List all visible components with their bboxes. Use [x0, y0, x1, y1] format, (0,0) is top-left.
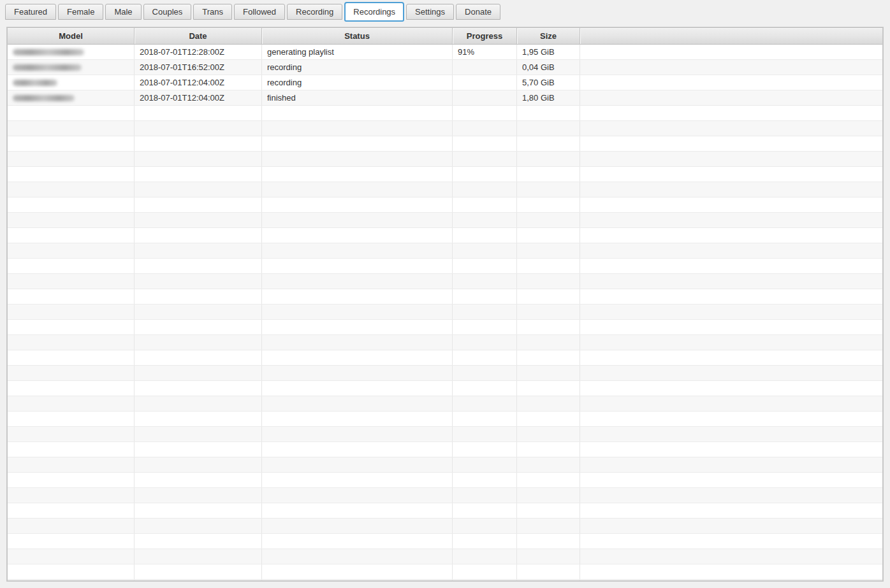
- table-empty-row: [8, 228, 882, 243]
- table-empty-row: [8, 381, 882, 396]
- cell-date: 2018-07-01T12:04:00Z: [135, 90, 262, 105]
- cell-filler: [580, 60, 882, 75]
- cell-filler: [580, 90, 882, 105]
- table-empty-row: [8, 519, 882, 534]
- cell-progress: 91%: [453, 45, 517, 59]
- redacted-model-name: [13, 95, 75, 101]
- table-empty-row: [8, 289, 882, 305]
- table-empty-row: [8, 136, 882, 152]
- redacted-model-name: [13, 49, 84, 55]
- table-empty-row: [8, 457, 882, 473]
- table-empty-row: [8, 197, 882, 213]
- table-empty-row: [8, 121, 882, 136]
- cell-progress: [453, 90, 517, 105]
- table-empty-row: [8, 305, 882, 320]
- table-row[interactable]: 2018-07-01T12:04:00Z finished 1,80 GiB: [8, 90, 882, 106]
- column-header-status[interactable]: Status: [262, 28, 453, 45]
- cell-date: 2018-07-01T12:04:00Z: [135, 75, 262, 90]
- table-empty-row: [8, 396, 882, 412]
- table-empty-row: [8, 182, 882, 197]
- table-empty-row: [8, 366, 882, 381]
- cell-model: [8, 75, 135, 90]
- table-body: 2018-07-01T12:28:00Z generating playlist…: [8, 45, 882, 580]
- cell-model: [8, 60, 135, 75]
- table-empty-row: [8, 580, 882, 580]
- table-row[interactable]: 2018-07-01T12:28:00Z generating playlist…: [8, 45, 882, 60]
- cell-size: 0,04 GiB: [517, 60, 580, 75]
- cell-progress: [453, 60, 517, 75]
- tab-bar: Featured Female Male Couples Trans Follo…: [5, 2, 502, 22]
- table-empty-row: [8, 427, 882, 442]
- table-empty-row: [8, 350, 882, 366]
- cell-progress: [453, 75, 517, 90]
- tab-male[interactable]: Male: [105, 4, 141, 20]
- tab-recording[interactable]: Recording: [287, 4, 342, 20]
- table-empty-row: [8, 243, 882, 259]
- table-empty-row: [8, 320, 882, 335]
- redacted-model-name: [13, 80, 57, 86]
- tab-female[interactable]: Female: [58, 4, 103, 20]
- table-row[interactable]: 2018-07-01T16:52:00Z recording 0,04 GiB: [8, 60, 882, 75]
- tab-followed[interactable]: Followed: [234, 4, 285, 20]
- app-window: { "tabs": { "items": [ {"label": "Featur…: [0, 0, 890, 588]
- table-empty-row: [8, 503, 882, 519]
- cell-model: [8, 45, 135, 59]
- cell-size: 5,70 GiB: [517, 75, 580, 90]
- table-empty-row: [8, 564, 882, 580]
- column-header-progress[interactable]: Progress: [453, 28, 517, 45]
- table-empty-row: [8, 412, 882, 427]
- table-empty-row: [8, 106, 882, 121]
- tab-settings[interactable]: Settings: [406, 4, 454, 20]
- tab-donate[interactable]: Donate: [456, 4, 500, 20]
- cell-date: 2018-07-01T16:52:00Z: [135, 60, 262, 75]
- recordings-table: Model Date Status Progress Size 2018-07-…: [6, 27, 884, 582]
- cell-filler: [580, 75, 882, 90]
- tab-recordings[interactable]: Recordings: [344, 2, 404, 22]
- cell-status: recording: [262, 75, 453, 90]
- table-empty-row: [8, 534, 882, 549]
- redacted-model-name: [13, 64, 82, 71]
- table-empty-row: [8, 259, 882, 274]
- tab-featured[interactable]: Featured: [5, 4, 56, 20]
- table-empty-row: [8, 167, 882, 182]
- cell-filler: [580, 45, 882, 59]
- table-empty-row: [8, 335, 882, 350]
- column-header-model[interactable]: Model: [8, 28, 135, 45]
- cell-model: [8, 90, 135, 105]
- table-empty-row: [8, 152, 882, 167]
- column-header-size[interactable]: Size: [517, 28, 580, 45]
- table-empty-row: [8, 213, 882, 228]
- cell-status: recording: [262, 60, 453, 75]
- table-empty-row: [8, 473, 882, 488]
- table-header-row: Model Date Status Progress Size: [8, 28, 882, 45]
- tab-trans[interactable]: Trans: [193, 4, 232, 20]
- cell-status: generating playlist: [262, 45, 453, 59]
- table-row[interactable]: 2018-07-01T12:04:00Z recording 5,70 GiB: [8, 75, 882, 90]
- cell-status: finished: [262, 90, 453, 105]
- table-empty-row: [8, 549, 882, 564]
- tab-couples[interactable]: Couples: [143, 4, 192, 20]
- column-header-filler: [580, 28, 882, 45]
- cell-size: 1,95 GiB: [517, 45, 580, 59]
- column-header-date[interactable]: Date: [135, 28, 262, 45]
- table-empty-row: [8, 274, 882, 289]
- cell-size: 1,80 GiB: [517, 90, 580, 105]
- cell-date: 2018-07-01T12:28:00Z: [135, 45, 262, 59]
- table-empty-row: [8, 488, 882, 503]
- table-empty-row: [8, 442, 882, 457]
